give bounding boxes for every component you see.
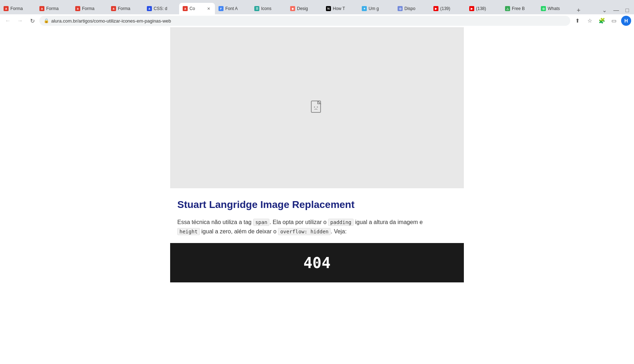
url-text: alura.com.br/artigos/como-utilizar-icone… [51,18,566,24]
tab-favicon-1: a [4,6,9,11]
tab-favicon-8: ☰ [254,6,259,11]
tab-label-6: Co [189,6,204,11]
paragraph-text-4: igual a zero, além de deixar o [200,228,278,234]
section-paragraph: Essa técnica não utiliza a tag span. Ela… [177,218,457,236]
tab-favicon-13: ▶ [433,6,438,11]
browser-chrome: a Forma a Forma a Forma a Forma a CSS: d… [0,0,634,27]
tab-label-1: Forma [10,6,32,11]
tab-label-2: Forma [46,6,68,11]
tab-3[interactable]: a Forma [72,3,107,14]
address-bar: ← → ↻ 🔒 alura.com.br/artigos/como-utiliz… [0,14,634,27]
tab-7[interactable]: F Font A [215,3,251,14]
paragraph-text-1: Essa técnica não utiliza a tag [177,219,253,225]
code-overflow: overflow: hidden [278,228,331,235]
minimize-button[interactable]: — [611,6,621,14]
code-padding: padding [328,219,354,226]
tab-label-9: Desig [297,6,319,11]
paragraph-text-2: . Ela opta por utilizar o [269,219,328,225]
code-number-404: 404 [303,254,331,272]
bookmark-button[interactable]: ☆ [585,16,595,26]
tab-4[interactable]: a Forma [107,3,143,14]
tab-label-10: How T [333,6,355,11]
tab-label-14: (138) [476,6,498,11]
tab-label-13: (139) [440,6,462,11]
tab-1[interactable]: a Forma [0,3,36,14]
tab-list-button[interactable]: ⌄ [600,6,609,14]
broken-image-icon [311,100,323,115]
tab-favicon-14: ▶ [469,6,474,11]
tab-favicon-9: ◆ [290,6,295,11]
tab-11[interactable]: ✦ Um g [358,3,394,14]
tab-label-11: Um g [369,6,390,11]
broken-image [170,27,464,188]
tab-favicon-6: a [183,6,188,11]
svg-point-1 [314,107,315,108]
paragraph-text-3: igual a altura da imagem e [354,219,423,225]
tab-14[interactable]: ▶ (138) [466,3,501,14]
tab-label-4: Forma [118,6,140,11]
tab-favicon-2: a [39,6,44,11]
tab-label-3: Forma [82,6,104,11]
profile-button[interactable]: H [621,16,631,26]
code-span: span [253,219,270,226]
tab-label-16: Whats [548,6,570,11]
extensions-button[interactable]: 🧩 [597,16,607,26]
tab-favicon-5: a [147,6,152,11]
tab-favicon-4: a [111,6,116,11]
share-button[interactable]: ⬆ [572,16,582,26]
tab-favicon-12: ◎ [398,6,403,11]
sidebar-toggle-button[interactable]: ▭ [609,16,619,26]
tab-label-15: Free B [512,6,534,11]
page-content: Stuart Langridge Image Replacement Essa … [0,27,634,282]
tab-5[interactable]: a CSS: d [143,3,179,14]
tab-favicon-10: N [326,6,331,11]
tab-favicon-7: F [218,6,224,11]
tab-15[interactable]: △ Free B [501,3,537,14]
paragraph-text-5: . Veja: [331,228,346,234]
section-title: Stuart Langridge Image Replacement [177,199,457,210]
tab-bar: a Forma a Forma a Forma a Forma a CSS: d… [0,0,634,14]
tab-9[interactable]: ◆ Desig [287,3,322,14]
tab-label-5: CSS: d [154,6,176,11]
broken-image-container [170,27,464,188]
tab-16[interactable]: ◎ Whats [537,3,573,14]
maximize-button[interactable]: □ [623,6,631,14]
tab-label-12: Dispo [404,6,426,11]
lock-icon: 🔒 [44,18,49,23]
code-height: height [177,228,200,235]
tab-label-7: Font A [225,6,247,11]
tab-controls: ⌄ — □ [600,6,634,14]
tab-2[interactable]: a Forma [36,3,72,14]
tab-favicon-3: a [75,6,80,11]
forward-button[interactable]: → [15,16,25,26]
article-section: Stuart Langridge Image Replacement Essa … [170,188,464,243]
svg-point-2 [317,107,318,108]
tab-label-8: Icons [261,6,283,11]
url-bar[interactable]: 🔒 alura.com.br/artigos/como-utilizar-ico… [39,16,570,26]
tab-12[interactable]: ◎ Dispo [394,3,430,14]
new-tab-button[interactable]: + [573,7,584,14]
reload-button[interactable]: ↻ [27,16,37,26]
address-bar-actions: ⬆ ☆ 🧩 ▭ H [572,16,631,26]
dark-code-block: 404 [170,243,464,282]
tab-favicon-15: △ [505,6,510,11]
tab-13[interactable]: ▶ (139) [430,3,466,14]
tab-10[interactable]: N How T [322,3,358,14]
tab-favicon-16: ◎ [541,6,546,11]
tab-8[interactable]: ☰ Icons [251,3,287,14]
tab-favicon-11: ✦ [362,6,367,11]
back-button[interactable]: ← [3,16,13,26]
tab-6-active[interactable]: a Co ✕ [179,3,215,14]
tab-close-button[interactable]: ✕ [206,6,211,11]
